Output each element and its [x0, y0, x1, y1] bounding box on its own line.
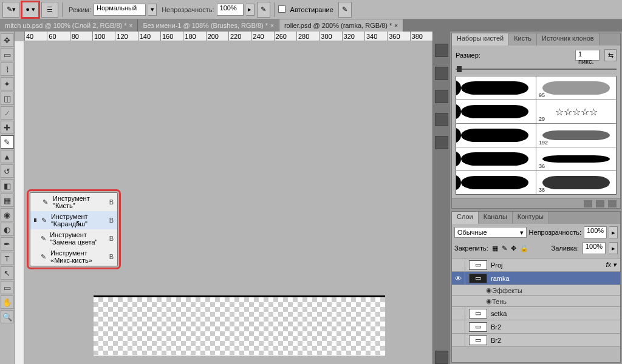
dodge-tool[interactable]: ◐ — [1, 223, 14, 236]
brush-preset[interactable]: 192 — [536, 124, 616, 147]
flyout-item-pencil[interactable]: ✎ Инструмент "Карандаш"B — [30, 211, 117, 229]
opacity-input[interactable]: 100% — [217, 4, 244, 16]
hand-tool[interactable]: ✋ — [1, 295, 14, 309]
pen-tool[interactable]: ✒ — [1, 237, 14, 251]
layer-row[interactable]: ▭ Proj fx ▾ — [452, 258, 620, 272]
layer-row[interactable]: 👁 ▭ ramka — [452, 272, 620, 285]
marquee-tool[interactable]: ▭ — [1, 48, 14, 61]
new-preset-icon[interactable] — [596, 200, 604, 207]
tab-layers[interactable]: Слои — [452, 212, 479, 224]
type-tool[interactable]: T — [1, 252, 14, 265]
tab-channels[interactable]: Каналы — [479, 212, 513, 224]
brush-preset[interactable] — [456, 171, 536, 194]
document-tab[interactable]: roller.psd @ 200% (ramka, RGB/8) *× — [279, 19, 403, 32]
history-brush-tool[interactable]: ↺ — [1, 164, 14, 178]
layer-row[interactable]: ▭ setka — [452, 307, 620, 320]
tab-brush-presets[interactable]: Наборы кистей — [452, 33, 509, 46]
layers-panel: Слои Каналы Контуры Обычные▾ Непрозрачно… — [451, 211, 621, 363]
pressure-opacity-button[interactable]: ✎ — [257, 2, 270, 18]
fill-input[interactable]: 100% — [583, 242, 606, 254]
lasso-tool[interactable]: ⌇ — [1, 62, 14, 76]
gradient-tool[interactable]: ▦ — [1, 194, 14, 207]
tab-brush[interactable]: Кисть — [509, 33, 537, 46]
blend-mode-select[interactable]: Нормальный — [94, 4, 146, 16]
dock-icon[interactable] — [435, 90, 448, 103]
shape-tool[interactable]: ▭ — [1, 281, 14, 294]
pencil-icon: ✎ — [40, 217, 47, 224]
flyout-item-color-replace[interactable]: ✎ Инструмент "Замена цвета"B — [30, 229, 117, 248]
visibility-icon[interactable] — [452, 307, 465, 320]
layer-effect-row[interactable]: ◉ Эффекты — [452, 285, 620, 296]
brush-icon: ✎ — [41, 198, 49, 206]
brush-preset-button[interactable]: ● ▾ — [22, 2, 39, 18]
opacity-arrow-icon[interactable]: ▸ — [246, 4, 255, 16]
mode-label: Режим: — [69, 6, 91, 13]
delete-icon[interactable] — [608, 200, 617, 207]
panel-menu-icon[interactable] — [584, 200, 592, 207]
fx-icon: ◉ — [486, 297, 492, 305]
layer-thumbnail: ▭ — [469, 322, 487, 332]
eyedropper-tool[interactable]: ⟋ — [1, 106, 14, 120]
tab-clone-source[interactable]: Источник клонов — [537, 33, 600, 46]
heal-tool[interactable]: ✚ — [1, 121, 14, 134]
flyout-item-brush[interactable]: ✎ Инструмент "Кисть"B — [30, 193, 117, 211]
layer-row[interactable]: ▭ Br2 — [452, 320, 620, 334]
dock-icon[interactable] — [435, 351, 448, 364]
brush-preset[interactable]: ☆☆☆☆☆29 — [536, 100, 616, 123]
close-icon[interactable]: × — [129, 22, 133, 29]
brush-preset[interactable]: 95 — [536, 76, 616, 99]
close-icon[interactable]: × — [270, 22, 274, 29]
visibility-icon[interactable] — [452, 334, 465, 346]
dock-icon[interactable] — [435, 113, 448, 126]
blend-mode-select[interactable]: Обычные▾ — [454, 227, 527, 238]
brush-panel-toggle[interactable]: ☰ — [41, 2, 58, 18]
panel-footer — [452, 198, 620, 208]
dropdown-arrow-icon[interactable]: ▾ — [148, 4, 157, 16]
layer-effect-row[interactable]: ◉ Тень — [452, 296, 620, 307]
brush-preset[interactable] — [456, 100, 536, 123]
lock-all-icon[interactable]: 🔒 — [520, 244, 528, 252]
lock-paint-icon[interactable]: ✎ — [502, 244, 507, 252]
visibility-icon[interactable] — [452, 258, 465, 271]
crop-tool[interactable]: ◫ — [1, 92, 14, 105]
move-tool[interactable]: ✥ — [1, 33, 14, 47]
brush-preset[interactable] — [456, 76, 536, 99]
lock-position-icon[interactable]: ✥ — [511, 244, 516, 252]
brush-size-slider[interactable] — [456, 65, 617, 73]
autoerase-checkbox[interactable] — [278, 5, 288, 14]
wand-tool[interactable]: ✦ — [1, 77, 14, 90]
canvas-area[interactable]: 4060801001201401601802002202402602803003… — [15, 32, 432, 364]
tab-paths[interactable]: Контуры — [513, 212, 549, 224]
fx-badge[interactable]: fx ▾ — [606, 261, 617, 269]
stamp-tool[interactable]: ▲ — [1, 150, 14, 163]
opacity-arrow-icon[interactable]: ▸ — [609, 226, 618, 238]
path-tool[interactable]: ↖ — [1, 266, 14, 280]
lock-label: Закрепить: — [454, 244, 488, 252]
visibility-icon[interactable]: 👁 — [452, 272, 465, 285]
dock-icon[interactable] — [435, 136, 448, 149]
flyout-item-mixer-brush[interactable]: ✎ Инструмент «Микс-кисть»B — [30, 248, 117, 266]
tool-preset-button[interactable]: ✎▾ — [2, 2, 19, 18]
brush-preset[interactable] — [456, 124, 536, 147]
visibility-icon[interactable] — [452, 320, 465, 333]
brush-preset[interactable]: 36 — [536, 171, 616, 194]
brush-preset[interactable]: 36 — [536, 147, 616, 170]
fill-arrow-icon[interactable]: ▸ — [609, 242, 618, 254]
lock-transparency-icon[interactable]: ▦ — [492, 244, 498, 252]
zoom-tool[interactable]: 🔍 — [1, 310, 14, 323]
brush-size-input[interactable]: 1 пикс. — [575, 50, 600, 61]
pressure-size-button[interactable]: ✎ — [338, 2, 352, 18]
eraser-tool[interactable]: ◧ — [1, 179, 14, 192]
dock-icon[interactable] — [435, 67, 448, 80]
layer-opacity-input[interactable]: 100% — [584, 226, 607, 238]
layer-row[interactable]: ▭ Br2 — [452, 334, 620, 347]
brush-preset[interactable] — [456, 147, 536, 170]
dock-icon[interactable] — [435, 44, 448, 57]
document-tab[interactable]: Без имени-1 @ 108% (Brushes, RGB/8) *× — [138, 19, 279, 32]
document-tab[interactable]: mitch ub.psd @ 100% (Слой 2, RGB/8) *× — [0, 19, 138, 32]
close-icon[interactable]: × — [394, 22, 398, 29]
ruler-horizontal: 4060801001201401601802002202402602803003… — [24, 32, 432, 41]
blur-tool[interactable]: ◉ — [1, 208, 14, 221]
brush-tool[interactable]: ✎ — [1, 135, 14, 149]
brush-size-flyout-icon[interactable]: ⇆ — [604, 49, 617, 61]
